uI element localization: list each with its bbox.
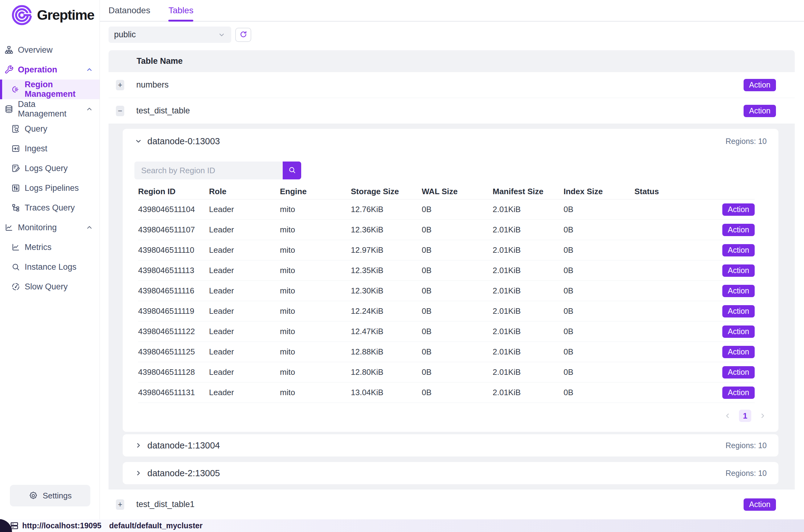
cell-region-id: 4398046511110 xyxy=(138,245,209,255)
cell-index-size: 0B xyxy=(563,306,634,316)
region-row: 4398046511104Leadermito12.76KiB0B2.01KiB… xyxy=(138,200,755,220)
status-bar: http://localhost:19095 default/default_m… xyxy=(0,519,804,532)
cell-wal-size: 0B xyxy=(422,388,493,397)
region-action-button[interactable]: Action xyxy=(722,285,755,297)
cell-manifest-size: 2.01KiB xyxy=(493,286,563,296)
cell-region-id: 4398046511104 xyxy=(138,205,209,214)
wrench-icon xyxy=(4,65,14,74)
database-select[interactable]: public xyxy=(109,26,231,43)
sidebar-item-metrics[interactable]: Metrics xyxy=(0,238,100,257)
document-search-icon xyxy=(11,124,20,133)
cell-region-id: 4398046511125 xyxy=(138,347,209,357)
cell-engine: mito xyxy=(280,306,351,316)
sidebar-item-ingest[interactable]: Ingest xyxy=(0,139,100,158)
cell-engine: mito xyxy=(280,367,351,377)
region-action-button[interactable]: Action xyxy=(722,244,755,256)
column-header-manifest-size: Manifest Size xyxy=(493,187,563,196)
datanode-0-header[interactable]: datanode-0:13003 Regions: 10 xyxy=(134,129,767,153)
cluster-name: default/default_mycluster xyxy=(109,521,203,530)
datanode-card-0: datanode-0:13003 Regions: 10 Region IDRo… xyxy=(123,129,779,432)
region-action-button[interactable]: Action xyxy=(722,366,755,379)
cell-manifest-size: 2.01KiB xyxy=(493,367,563,377)
sidebar-item-slow-query[interactable]: Slow Query xyxy=(0,277,100,297)
sidebar-item-data-management[interactable]: Data Management xyxy=(0,99,100,119)
collapse-button[interactable]: − xyxy=(116,106,124,116)
expand-button[interactable]: + xyxy=(116,499,124,510)
region-action-button[interactable]: Action xyxy=(722,305,755,318)
table-action-button[interactable]: Action xyxy=(744,105,776,117)
sidebar-item-query[interactable]: Query xyxy=(0,119,100,139)
chevron-right-icon xyxy=(134,469,142,477)
chevron-up-icon[interactable] xyxy=(85,105,93,113)
cell-manifest-size: 2.01KiB xyxy=(493,205,563,214)
cell-index-size: 0B xyxy=(563,266,634,275)
region-action-button[interactable]: Action xyxy=(722,346,755,358)
region-action-button[interactable]: Action xyxy=(722,325,755,338)
datanode-card-1[interactable]: datanode-1:13004 Regions: 10 xyxy=(123,434,779,456)
cell-wal-size: 0B xyxy=(422,306,493,316)
cell-engine: mito xyxy=(280,205,351,214)
tables-list: Table Name + numbers Action − test_dist_… xyxy=(109,50,795,519)
chevron-down-icon xyxy=(218,31,226,39)
sidebar-item-traces-query[interactable]: Traces Query xyxy=(0,198,100,217)
sidebar-item-label: Monitoring xyxy=(18,223,57,232)
table-name: numbers xyxy=(136,80,169,90)
region-action-button[interactable]: Action xyxy=(722,204,755,216)
datanode-card-2[interactable]: datanode-2:13005 Regions: 10 xyxy=(123,462,779,484)
cell-wal-size: 0B xyxy=(422,245,493,255)
chevron-up-icon[interactable] xyxy=(85,66,93,74)
chevron-left-icon[interactable] xyxy=(724,412,731,420)
pagination-page-1[interactable]: 1 xyxy=(739,410,751,422)
toolbar: public xyxy=(109,26,795,43)
cell-storage-size: 12.97KiB xyxy=(351,245,422,255)
sidebar-item-operation[interactable]: Operation xyxy=(0,60,100,79)
sidebar: Greptime OverviewOperationRegion Managem… xyxy=(0,0,100,519)
cell-engine: mito xyxy=(280,266,351,275)
tab-datanodes[interactable]: Datanodes xyxy=(109,0,150,21)
region-row: 4398046511119Leadermito12.24KiB0B2.01KiB… xyxy=(138,301,755,322)
refresh-button[interactable] xyxy=(235,28,251,42)
column-header-region-id: Region ID xyxy=(138,187,209,196)
datanode-title: datanode-1:13004 xyxy=(147,440,220,451)
cell-engine: mito xyxy=(280,225,351,234)
database-icon xyxy=(4,104,14,114)
tab-tables[interactable]: Tables xyxy=(168,0,193,21)
table-action-button[interactable]: Action xyxy=(744,79,776,91)
sidebar-item-logs-query[interactable]: Logs Query xyxy=(0,158,100,178)
cell-wal-size: 0B xyxy=(422,286,493,296)
region-action-button[interactable]: Action xyxy=(722,224,755,236)
settings-button[interactable]: Settings xyxy=(10,485,90,507)
sidebar-item-label: Ingest xyxy=(25,144,47,153)
sidebar-item-instance-logs[interactable]: Instance Logs xyxy=(0,257,100,277)
app-window: Greptime OverviewOperationRegion Managem… xyxy=(0,0,804,519)
sidebar-item-label: Region Management xyxy=(25,80,93,99)
region-action-button[interactable]: Action xyxy=(722,386,755,399)
chevron-right-icon[interactable] xyxy=(759,412,767,420)
cell-role: Leader xyxy=(209,266,280,275)
column-header-wal-size: WAL Size xyxy=(422,187,493,196)
settings-label: Settings xyxy=(43,491,72,500)
cell-manifest-size: 2.01KiB xyxy=(493,347,563,357)
sidebar-item-region-management[interactable]: Region Management xyxy=(0,79,100,99)
regions-count: Regions: 10 xyxy=(726,137,767,146)
cell-engine: mito xyxy=(280,347,351,357)
chevron-up-icon[interactable] xyxy=(85,224,93,231)
main-panel: Datanodes Tables public Table Name + num… xyxy=(100,0,804,519)
region-search-input[interactable] xyxy=(134,162,283,179)
expand-button[interactable]: + xyxy=(116,80,124,90)
database-select-value: public xyxy=(114,30,136,39)
region-row: 4398046511116Leadermito12.30KiB0B2.01KiB… xyxy=(138,281,755,301)
table-action-button[interactable]: Action xyxy=(744,498,776,511)
table-name-header: Table Name xyxy=(109,50,795,72)
greptime-logo-icon xyxy=(11,4,33,26)
region-action-button[interactable]: Action xyxy=(722,264,755,277)
table-row-test-dist-table1: + test_dist_table1 Action xyxy=(109,490,795,519)
cell-role: Leader xyxy=(209,327,280,336)
search-button[interactable] xyxy=(283,162,301,179)
sidebar-item-overview[interactable]: Overview xyxy=(0,40,100,60)
cell-wal-size: 0B xyxy=(422,367,493,377)
cell-index-size: 0B xyxy=(563,205,634,214)
sidebar-item-monitoring[interactable]: Monitoring xyxy=(0,217,100,238)
cell-index-size: 0B xyxy=(563,225,634,234)
sidebar-item-logs-pipelines[interactable]: Logs Pipelines xyxy=(0,178,100,198)
